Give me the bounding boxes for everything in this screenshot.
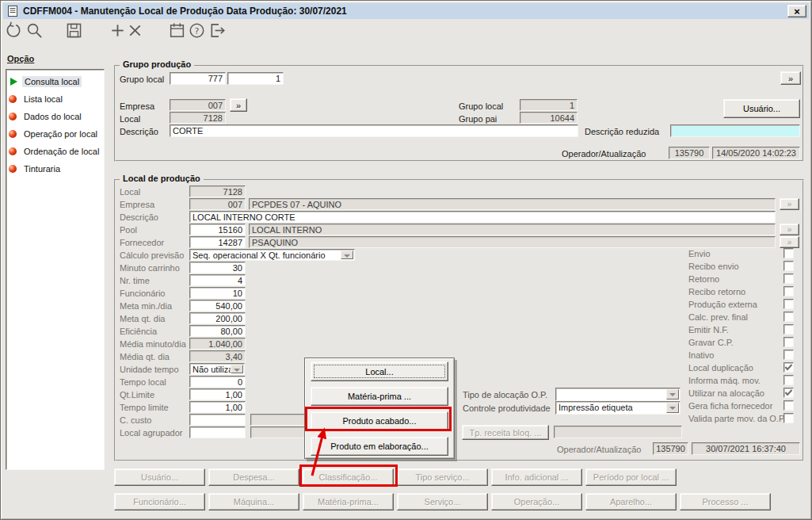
sidebar-heading: Opção xyxy=(7,54,34,63)
tempo-local-field[interactable]: 0 xyxy=(189,376,246,388)
sidebar-item-consulta-local[interactable]: Consulta local xyxy=(9,74,102,90)
save-icon[interactable] xyxy=(65,21,84,40)
grupo-local-lookup-button[interactable]: » xyxy=(780,71,801,85)
tp-receita-bloq-button: Tp. receita bloq. ... xyxy=(462,425,549,440)
checkbox-inativo xyxy=(783,350,794,360)
meta-qt-dia-field[interactable]: 200,00 xyxy=(189,312,246,324)
sidebar-item-ordenacao-de-local[interactable]: Ordenação de local xyxy=(9,143,102,159)
funcionario-label: Funcionário xyxy=(120,289,165,298)
funcionario-field[interactable]: 10 xyxy=(189,287,246,299)
pool-label: Pool xyxy=(120,225,137,235)
empresa-lookup-button: » xyxy=(780,198,799,210)
checkbox-gera-ficha-fornecedor xyxy=(783,400,794,411)
pool-field[interactable]: 15160 xyxy=(189,224,246,235)
checkbox-label-utilizar-na-alocacao: Utilizar na alocação xyxy=(688,388,764,398)
checkbox-label-informa-maq-mov: Informa máq. mov. xyxy=(688,376,761,385)
checkbox-label-retorno: Retorno xyxy=(688,274,719,284)
action-button-processo: Processo ... xyxy=(680,493,771,510)
nr-time-field[interactable]: 4 xyxy=(189,274,246,286)
empresa-label: Empresa xyxy=(120,200,154,209)
meta-min-dia-label: Meta min./dia xyxy=(120,301,172,311)
action-button-despesa: Despesa... xyxy=(208,468,299,486)
popup-button-materia-prima[interactable]: Matéria-prima ... xyxy=(311,387,448,406)
fornecedor-lookup-button: » xyxy=(780,236,799,248)
grupo-local-dir-label: Grupo local xyxy=(459,101,503,111)
sidebar-item-lista-local[interactable]: Lista local xyxy=(9,91,102,107)
media-qt-dia-label: Média qt. dia xyxy=(120,352,170,361)
operador-top-label: Operador/Atualização xyxy=(562,149,646,159)
unidade-tempo-combobox: Não utiliza xyxy=(189,363,245,375)
delete-icon[interactable] xyxy=(126,21,145,40)
calculo-previsao-combobox: Seq. operacional X Qt. funcionário xyxy=(189,249,355,261)
checkbox-recibo-retorno xyxy=(783,286,794,296)
close-button[interactable]: × xyxy=(787,5,806,17)
tempo-local-label: Tempo local xyxy=(120,377,166,387)
eficiencia-field[interactable]: 80,00 xyxy=(189,325,246,337)
action-button-maquina: Máquina... xyxy=(208,493,299,510)
descricao-label: Descrição xyxy=(120,212,158,222)
grupo-local-dir-field: 1 xyxy=(520,99,578,111)
qt-limite-field[interactable]: 1,00 xyxy=(189,388,246,400)
svg-text:?: ? xyxy=(195,26,200,36)
tempo-limite-label: Tempo limite xyxy=(120,403,169,412)
local-label: Local xyxy=(120,187,140,197)
controle-produtividade-label: Controle produtividade xyxy=(463,403,551,413)
sphere-icon xyxy=(9,130,17,138)
local-agrupador-label: Local agrupador xyxy=(120,428,183,438)
sphere-icon xyxy=(9,95,17,103)
grupo-local-field-2[interactable]: 1 xyxy=(227,72,284,85)
action-button-periodo-por-local: Período por local ... xyxy=(585,468,677,486)
checkbox-label-recibo-retorno: Recibo retorno xyxy=(688,287,745,296)
sidebar-item-operacao-por-local[interactable]: Operação por local xyxy=(9,126,102,142)
tempo-limite-field[interactable]: 1,00 xyxy=(189,401,246,413)
checkbox-utilizar-na-alocacao xyxy=(783,388,794,398)
sidebar-item-dados-do-local[interactable]: Dados do local xyxy=(9,109,102,124)
operador-top-code-field: 135790 xyxy=(669,147,710,159)
checkbox-label-recibo-envio: Recibo envio xyxy=(688,262,739,271)
checkbox-recibo-envio xyxy=(783,261,794,271)
add-icon[interactable] xyxy=(109,21,128,40)
dropdown-arrow-icon xyxy=(341,250,353,259)
action-button-info-adicional: Info. adicional ... xyxy=(491,468,582,486)
meta-min-dia-field[interactable]: 540,00 xyxy=(189,300,246,312)
help-icon[interactable]: ? xyxy=(188,21,207,40)
minuto-carrinho-field[interactable]: 30 xyxy=(189,262,246,273)
descricao-field[interactable]: CORTE xyxy=(170,124,578,137)
usuario-top-button[interactable]: Usuário... xyxy=(723,99,800,118)
c-custo-field[interactable] xyxy=(189,414,246,426)
checkbox-label-valida-parte-mov-da-o-p: Valida parte mov. da O.P. xyxy=(688,414,786,423)
operador-top-datetime-field: 14/05/2020 14:02:23 xyxy=(712,147,800,159)
empresa-field: 007 xyxy=(170,99,226,111)
fornecedor-field[interactable]: 14287 xyxy=(189,236,246,248)
sphere-icon xyxy=(9,113,17,120)
calculo-previsao-value: Seq. operacional X Qt. funcionário xyxy=(193,250,326,260)
undo-icon[interactable] xyxy=(4,21,23,40)
controle-produtividade-value: Impressão etiqueta xyxy=(558,403,633,412)
sidebar-item-label: Ordenação de local xyxy=(21,146,101,157)
descricao-reduzida-field[interactable] xyxy=(670,124,800,137)
dropdown-arrow-icon xyxy=(231,365,243,373)
media-minuto-dia-field: 1.040,00 xyxy=(189,338,246,350)
dropdown-arrow-icon xyxy=(666,389,679,400)
empresa-field: 007 xyxy=(189,198,246,210)
checkbox-label-inativo: Inativo xyxy=(688,350,714,360)
checkbox-calc-prev-final xyxy=(783,312,794,322)
descricao-field[interactable]: LOCAL INTERNO CORTE xyxy=(189,211,776,223)
checkbox-label-producao-externa: Produção externa xyxy=(688,300,757,309)
local-agrupador-field[interactable] xyxy=(189,426,246,438)
search-icon[interactable] xyxy=(25,21,44,40)
sidebar-item-label: Consulta local xyxy=(22,76,82,87)
calendar-icon[interactable] xyxy=(168,21,187,40)
sphere-icon xyxy=(9,165,17,173)
exit-icon[interactable] xyxy=(208,21,227,40)
grupo-local-field-1[interactable]: 777 xyxy=(170,72,226,85)
empresa-lookup-button[interactable]: » xyxy=(230,98,247,112)
grupo-pai-field: 10644 xyxy=(520,112,578,124)
checkbox-producao-externa xyxy=(783,299,794,309)
sidebar-item-tinturaria[interactable]: Tinturaria xyxy=(9,161,102,177)
tipo-alocacao-combobox xyxy=(555,388,680,401)
action-button-aparelho: Aparelho... xyxy=(585,493,677,510)
eficiencia-label: Eficiência xyxy=(120,327,157,336)
popup-button-local[interactable]: Local... xyxy=(311,361,448,381)
checkbox-emitir-n-f xyxy=(783,324,794,335)
